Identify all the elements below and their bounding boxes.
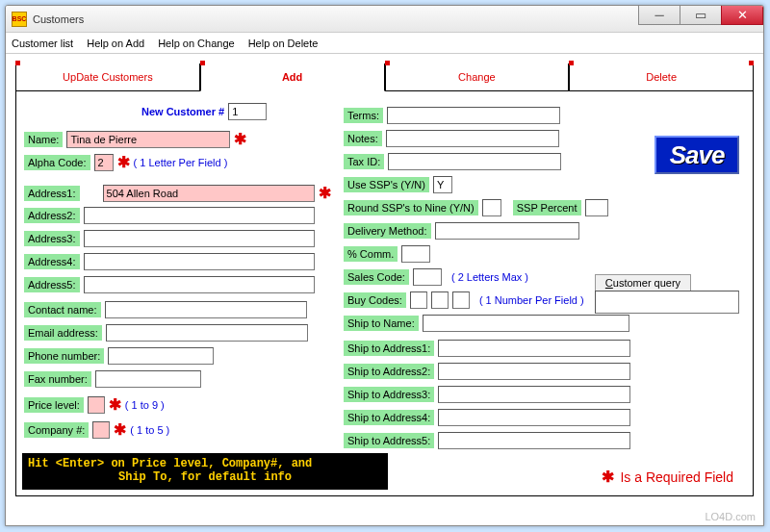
delivery-input[interactable] [435,222,579,240]
ship-addr5-label: Ship to Address5: [344,433,434,448]
address2-input[interactable] [84,207,315,224]
address1-input[interactable] [103,185,315,202]
address2-label: Address2: [24,208,80,223]
sales-code-input[interactable] [413,268,442,286]
name-input[interactable] [66,131,230,148]
price-hint: ( 1 to 9 ) [125,399,165,411]
address5-input[interactable] [84,276,315,293]
address5-label: Address5: [24,277,80,292]
minimize-button[interactable]: ─ [638,6,680,25]
company-input[interactable] [92,421,110,439]
terms-label: Terms: [344,108,383,123]
new-customer-label: New Customer # [141,106,224,117]
price-level-label: Price level: [24,397,84,413]
required-note: ✱ Is a Required Field [602,468,733,486]
use-ssp-label: Use SSP's (Y/N) [344,177,429,192]
menubar: Customer list Help on Add Help on Change… [6,33,763,54]
menu-customer-list[interactable]: Customer list [12,38,73,49]
tab-change[interactable]: Change [385,63,570,91]
required-icon: ✱ [114,420,126,439]
menu-help-delete[interactable]: Help on Delete [248,38,319,49]
menu-help-change[interactable]: Help on Change [158,38,235,49]
new-customer-input[interactable] [228,103,267,120]
buy-codes-label: Buy Codes: [344,292,406,308]
buy-code-3-input[interactable] [452,291,470,309]
maximize-button[interactable]: ▭ [680,6,722,25]
hint-box: Hit <Enter> on Price level, Company#, an… [22,453,388,490]
ship-addr4-input[interactable] [438,409,630,426]
watermark: LO4D.com [705,511,756,522]
company-hint: ( 1 to 5 ) [130,424,169,436]
sales-code-label: Sales Code: [344,269,409,285]
fax-input[interactable] [95,370,201,388]
required-icon: ✱ [602,468,614,486]
delivery-label: Delivery Method: [344,223,431,239]
hint-line2: Ship To, for default info [28,470,382,484]
comm-input[interactable] [401,245,430,263]
customer-query-input[interactable] [595,291,739,314]
taxid-input[interactable] [388,153,561,170]
save-label: Save [670,140,725,170]
address3-label: Address3: [24,231,80,246]
round-ssp-input[interactable] [482,199,501,216]
ship-addr1-label: Ship to Address1: [344,341,434,356]
address4-input[interactable] [84,253,315,270]
address1-label: Address1: [24,186,80,201]
tab-update[interactable]: UpDate Customers [16,63,200,91]
ship-addr5-input[interactable] [438,432,630,449]
ship-addr2-input[interactable] [438,363,630,380]
alpha-code-label: Alpha Code: [24,155,90,170]
buy-hint: ( 1 Number Per Field ) [479,294,584,306]
menu-help-add[interactable]: Help on Add [87,38,144,49]
price-level-input[interactable] [88,396,105,414]
ship-addr3-input[interactable] [438,386,630,403]
alpha-code-input[interactable] [94,154,114,171]
tab-add[interactable]: Add [200,63,385,91]
hint-line1: Hit <Enter> on Price level, Company#, an… [28,457,382,470]
tab-delete[interactable]: Delete [569,63,753,91]
ssp-percent-label: SSP Percent [513,200,581,215]
customers-window: BSC Customers ─ ▭ ✕ Customer list Help o… [5,5,764,526]
required-icon: ✱ [319,184,331,202]
required-icon: ✱ [234,130,246,148]
tab-content-add: New Customer # Name: ✱ Alpha Code: ✱ ( 1… [16,91,753,495]
company-label: Company #: [24,422,89,438]
customer-query-label: CCustomer queryustomer query [595,274,691,291]
ship-name-label: Ship to Name: [344,316,419,331]
phone-input[interactable] [108,347,214,365]
email-input[interactable] [106,324,308,342]
fax-label: Fax number: [24,371,91,387]
customer-query-group: CCustomer queryustomer query [595,274,739,314]
alpha-hint: ( 1 Letter Per Field ) [134,157,228,168]
notes-label: Notes: [344,131,382,146]
terms-input[interactable] [387,107,560,124]
address4-label: Address4: [24,254,80,269]
ship-addr4-label: Ship to Address4: [344,410,434,425]
app-icon: BSC [12,12,27,27]
main-canvas: UpDate Customers Add Change Delete New C… [6,54,763,523]
titlebar[interactable]: BSC Customers ─ ▭ ✕ [6,6,763,33]
sales-hint: ( 2 Letters Max ) [451,271,528,283]
address3-input[interactable] [84,230,315,247]
tab-bar: UpDate Customers Add Change Delete [16,64,753,91]
close-button[interactable]: ✕ [721,6,763,25]
notes-input[interactable] [386,130,559,147]
tab-frame: UpDate Customers Add Change Delete New C… [15,63,754,496]
contact-label: Contact name: [24,302,101,317]
phone-label: Phone number: [24,348,104,364]
required-icon: ✱ [109,395,121,414]
ship-name-input[interactable] [423,315,629,332]
email-label: Email address: [24,325,102,341]
round-ssp-label: Round SSP's to Nine (Y/N) [344,200,478,215]
required-icon: ✱ [117,153,130,171]
ssp-percent-input[interactable] [585,199,608,216]
use-ssp-input[interactable] [433,176,452,193]
name-label: Name: [24,132,63,147]
buy-code-1-input[interactable] [410,291,427,309]
save-button[interactable]: Save [654,136,739,174]
ship-addr1-input[interactable] [438,340,630,357]
comm-label: % Comm. [344,246,398,262]
buy-code-2-input[interactable] [431,291,449,309]
window-title: Customers [33,13,84,25]
contact-input[interactable] [105,301,307,318]
